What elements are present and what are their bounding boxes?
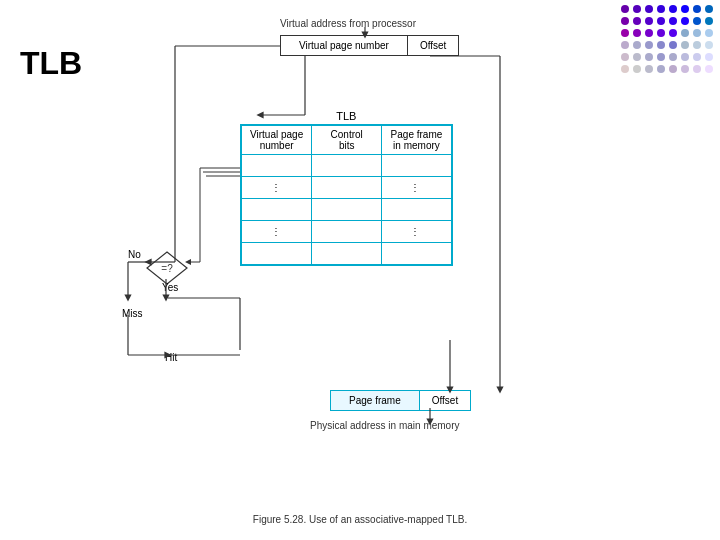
decorative-dot — [705, 5, 713, 13]
decorative-dot — [681, 29, 689, 37]
decorative-dot — [645, 29, 653, 37]
decorative-dot — [657, 65, 665, 73]
decorative-dot — [681, 5, 689, 13]
decorative-dot — [693, 17, 701, 25]
top-offset-cell: Offset — [408, 36, 459, 55]
label-miss: Miss — [122, 308, 143, 319]
top-vpn-cell: Virtual page number — [281, 36, 408, 55]
tlb-cell — [382, 199, 452, 221]
decorative-dot — [621, 53, 629, 61]
tlb-dots-vpn2: ⋮ — [241, 221, 312, 243]
decorative-dot — [633, 53, 641, 61]
tlb-container: TLB Virtual pagenumber Controlbits Page … — [240, 110, 453, 266]
decorative-dot — [693, 41, 701, 49]
decorative-dot — [657, 5, 665, 13]
decorative-dot — [621, 41, 629, 49]
tlb-cell — [312, 199, 382, 221]
decorative-dot — [645, 5, 653, 13]
table-row — [241, 199, 452, 221]
tlb-title: TLB — [240, 110, 453, 122]
decorative-dot — [645, 17, 653, 25]
decorative-dot — [633, 5, 641, 13]
table-row: ⋮ ⋮ — [241, 221, 452, 243]
tlb-cell — [312, 177, 382, 199]
bottom-offset-cell: Offset — [420, 391, 471, 410]
decorative-dot — [669, 29, 677, 37]
table-row — [241, 243, 452, 265]
decorative-dot — [681, 17, 689, 25]
table-row — [241, 155, 452, 177]
tlb-cell — [241, 199, 312, 221]
decorative-dot — [633, 65, 641, 73]
tlb-cell — [241, 155, 312, 177]
decorative-dot — [705, 29, 713, 37]
tlb-dots-pf: ⋮ — [382, 177, 452, 199]
decorative-dot — [669, 17, 677, 25]
decorative-dot — [705, 53, 713, 61]
table-row: ⋮ ⋮ — [241, 177, 452, 199]
decorative-dot — [633, 17, 641, 25]
decorative-dot — [669, 5, 677, 13]
pa-label: Physical address in main memory — [310, 420, 460, 431]
label-hit: Hit — [165, 352, 177, 363]
tlb-header-vpn: Virtual pagenumber — [241, 125, 312, 155]
tlb-cell — [312, 221, 382, 243]
tlb-header-pageframe: Page framein memory — [382, 125, 452, 155]
decorative-dot — [669, 41, 677, 49]
decorative-dot — [705, 41, 713, 49]
decorative-dot — [657, 17, 665, 25]
figure-caption: Figure 5.28. Use of an associative-mappe… — [253, 514, 467, 525]
decorative-dot — [657, 41, 665, 49]
decorative-dot — [633, 41, 641, 49]
tlb-cell — [312, 155, 382, 177]
decorative-dot — [693, 29, 701, 37]
decorative-dot — [681, 65, 689, 73]
decorative-dot — [645, 65, 653, 73]
tlb-header-control: Controlbits — [312, 125, 382, 155]
decorative-dot — [657, 53, 665, 61]
decorative-dot — [681, 53, 689, 61]
decorative-dot — [669, 65, 677, 73]
tlb-cell — [382, 155, 452, 177]
tlb-dots-vpn: ⋮ — [241, 177, 312, 199]
label-yes: Yes — [162, 282, 178, 293]
decorative-dot — [621, 5, 629, 13]
decorative-dot — [657, 29, 665, 37]
decorative-dot — [621, 29, 629, 37]
page-title: TLB — [20, 45, 82, 82]
decorative-dot — [705, 65, 713, 73]
tlb-cell — [241, 243, 312, 265]
decorative-dot — [645, 41, 653, 49]
bottom-address-box: Page frame Offset — [330, 390, 471, 411]
label-no: No — [128, 249, 141, 260]
decorative-dot — [669, 53, 677, 61]
tlb-dots-pf2: ⋮ — [382, 221, 452, 243]
decorative-dot — [633, 29, 641, 37]
decorative-dot — [621, 65, 629, 73]
tlb-cell — [382, 243, 452, 265]
svg-text:=?: =? — [161, 263, 173, 274]
decorative-dot-grid — [621, 5, 715, 75]
decorative-dot — [621, 17, 629, 25]
va-from-processor-label: Virtual address from processor — [280, 18, 416, 29]
decorative-dot — [705, 17, 713, 25]
decorative-dot — [693, 53, 701, 61]
decorative-dot — [681, 41, 689, 49]
tlb-table: Virtual pagenumber Controlbits Page fram… — [240, 124, 453, 266]
decorative-dot — [693, 65, 701, 73]
bottom-page-frame-cell: Page frame — [331, 391, 420, 410]
top-address-box: Virtual page number Offset — [280, 35, 459, 56]
decorative-dot — [645, 53, 653, 61]
tlb-cell — [312, 243, 382, 265]
decorative-dot — [693, 5, 701, 13]
